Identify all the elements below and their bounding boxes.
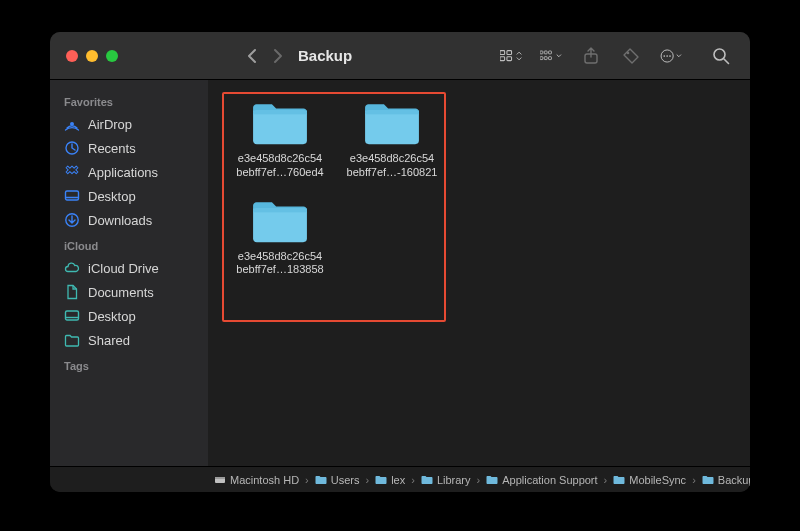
svg-rect-9 [549, 56, 552, 59]
sidebar-item-label: Recents [88, 141, 136, 156]
sidebar-item-label: Shared [88, 333, 130, 348]
folder-grid: e3e458d8c26c54bebff7ef…760ed4 e3e458d8c2… [228, 98, 444, 277]
svg-point-14 [666, 55, 668, 57]
svg-point-11 [627, 51, 630, 54]
airdrop-icon [64, 116, 80, 132]
path-segment-label: Library [437, 474, 471, 486]
recents-icon [64, 140, 80, 156]
sidebar-item-documents[interactable]: Documents [50, 280, 208, 304]
folder-icon [702, 475, 714, 485]
applications-icon [64, 164, 80, 180]
svg-rect-7 [540, 56, 543, 59]
path-segment-label: Application Support [502, 474, 597, 486]
path-segment[interactable]: MobileSync [613, 474, 686, 486]
sidebar-item-label: Desktop [88, 189, 136, 204]
path-segment[interactable]: lex [375, 474, 405, 486]
folder-icon [375, 475, 387, 485]
view-icon-grid[interactable] [500, 45, 522, 67]
svg-point-16 [714, 49, 725, 60]
svg-rect-0 [500, 50, 505, 54]
chevron-right-icon: › [690, 474, 698, 486]
svg-rect-26 [253, 208, 307, 242]
svg-rect-24 [365, 111, 419, 145]
folder-label: e3e458d8c26c54bebff7ef…760ed4 [228, 152, 332, 180]
svg-rect-25 [365, 111, 419, 115]
svg-rect-19 [66, 191, 79, 200]
svg-rect-23 [253, 111, 307, 115]
content-area[interactable]: e3e458d8c26c54bebff7ef…760ed4 e3e458d8c2… [208, 80, 750, 466]
path-segment-label: Backup [718, 474, 750, 486]
sidebar-item-applications[interactable]: Applications [50, 160, 208, 184]
finder-window: Backup [50, 32, 750, 492]
sidebar-item-label: AirDrop [88, 117, 132, 132]
window-controls [66, 50, 118, 62]
chevron-right-icon: › [475, 474, 483, 486]
window-title: Backup [298, 47, 352, 64]
path-segment[interactable]: Application Support [486, 474, 597, 486]
path-segment-label: Macintosh HD [230, 474, 299, 486]
folder-icon [613, 475, 625, 485]
path-segment[interactable]: Library [421, 474, 471, 486]
desktop-icon [64, 188, 80, 204]
desktop-icon [64, 308, 80, 324]
svg-rect-22 [253, 111, 307, 145]
svg-rect-29 [215, 477, 225, 479]
share-icon[interactable] [580, 45, 602, 67]
nav-controls [246, 48, 284, 64]
sidebar-item-label: Downloads [88, 213, 152, 228]
zoom-button[interactable] [106, 50, 118, 62]
sidebar-item-desktop-icloud[interactable]: Desktop [50, 304, 208, 328]
path-segment[interactable]: Users [315, 474, 360, 486]
svg-rect-4 [540, 51, 543, 54]
svg-rect-5 [544, 51, 547, 54]
svg-rect-2 [500, 56, 505, 60]
sidebar-item-shared[interactable]: Shared [50, 328, 208, 352]
svg-rect-3 [507, 56, 512, 60]
tag-icon[interactable] [620, 45, 642, 67]
group-by-icon[interactable] [540, 45, 562, 67]
chevron-right-icon: › [409, 474, 417, 486]
chevron-right-icon: › [363, 474, 371, 486]
path-segment[interactable]: Backup [702, 474, 750, 486]
sidebar-item-label: iCloud Drive [88, 261, 159, 276]
action-menu-icon[interactable] [660, 45, 682, 67]
documents-icon [64, 284, 80, 300]
sidebar-section-tags: Tags [50, 352, 208, 376]
titlebar: Backup [50, 32, 750, 80]
forward-button[interactable] [272, 48, 284, 64]
folder-item[interactable]: e3e458d8c26c54bebff7ef…-160821 [340, 98, 444, 180]
sidebar-item-label: Applications [88, 165, 158, 180]
sidebar-item-icloud-drive[interactable]: iCloud Drive [50, 256, 208, 280]
chevron-right-icon: › [602, 474, 610, 486]
downloads-icon [64, 212, 80, 228]
sidebar-item-airdrop[interactable]: AirDrop [50, 112, 208, 136]
sidebar-item-label: Desktop [88, 309, 136, 324]
folder-icon [421, 475, 433, 485]
path-segment[interactable]: Macintosh HD [214, 474, 299, 486]
path-bar: Macintosh HD›Users›lex›Library›Applicati… [50, 466, 750, 492]
toolbar-right [500, 45, 732, 67]
path-segment-label: lex [391, 474, 405, 486]
sidebar-item-recents[interactable]: Recents [50, 136, 208, 160]
path-segment-label: MobileSync [629, 474, 686, 486]
close-button[interactable] [66, 50, 78, 62]
search-icon[interactable] [710, 45, 732, 67]
sidebar-item-downloads[interactable]: Downloads [50, 208, 208, 232]
svg-rect-1 [507, 50, 512, 54]
svg-rect-8 [544, 56, 547, 59]
minimize-button[interactable] [86, 50, 98, 62]
svg-rect-6 [549, 51, 552, 54]
svg-rect-27 [253, 208, 307, 212]
back-button[interactable] [246, 48, 258, 64]
shared-folder-icon [64, 332, 80, 348]
sidebar: Favorites AirDrop Recents Applications [50, 80, 208, 466]
svg-rect-21 [66, 311, 79, 320]
path-segment-label: Users [331, 474, 360, 486]
folder-item[interactable]: e3e458d8c26c54bebff7ef…183858 [228, 196, 332, 278]
folder-item[interactable]: e3e458d8c26c54bebff7ef…760ed4 [228, 98, 332, 180]
sidebar-item-label: Documents [88, 285, 154, 300]
svg-point-15 [669, 55, 671, 57]
sidebar-item-desktop[interactable]: Desktop [50, 184, 208, 208]
svg-point-13 [663, 55, 665, 57]
folder-label: e3e458d8c26c54bebff7ef…-160821 [340, 152, 444, 180]
